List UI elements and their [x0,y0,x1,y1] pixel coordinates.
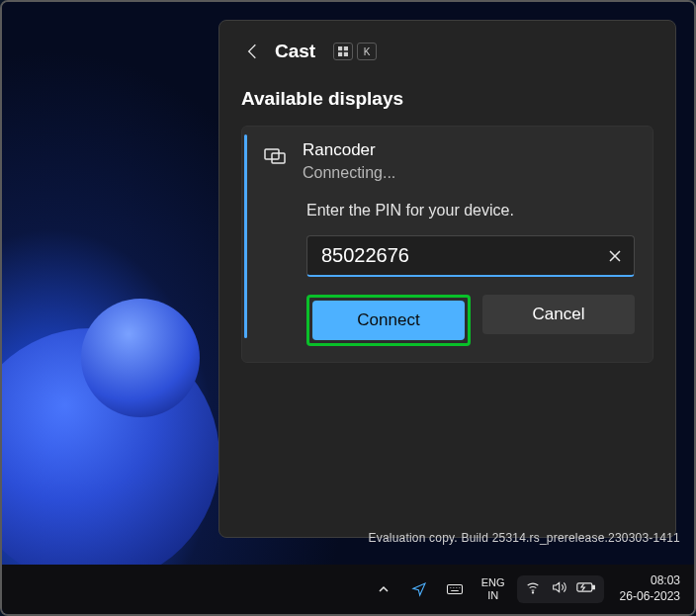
wifi-icon[interactable] [525,579,541,599]
battery-icon[interactable] [576,579,596,599]
svg-point-7 [532,592,533,593]
connect-button[interactable]: Connect [312,301,465,340]
k-key: K [357,43,377,60]
lang-bottom: IN [481,589,505,602]
clock-time: 08:03 [620,573,680,589]
taskbar[interactable]: ENG IN 08:03 26-06-2023 [2,565,694,614]
cancel-button[interactable]: Cancel [482,295,635,334]
svg-rect-6 [447,585,462,594]
language-indicator[interactable]: ENG IN [481,576,505,601]
section-title: Available displays [241,88,653,110]
clock[interactable]: 08:03 26-06-2023 [620,573,680,604]
lang-top: ENG [481,576,505,589]
clear-input-icon[interactable] [605,246,625,266]
location-icon[interactable] [404,574,434,604]
clock-date: 26-06-2023 [620,589,680,605]
svg-rect-0 [338,46,342,50]
svg-rect-1 [344,46,348,50]
cast-flyout: Cast K Available displays Rancoder Conn [218,20,676,538]
system-tray[interactable] [517,575,604,603]
windows-key-icon [333,43,353,60]
tray-overflow-icon[interactable] [369,574,398,604]
display-device-icon [263,144,287,182]
device-card: Rancoder Connecting... Enter the PIN for… [241,126,653,363]
pin-prompt: Enter the PIN for your device. [306,202,635,220]
svg-rect-3 [344,52,348,56]
svg-rect-2 [338,52,342,56]
flyout-title: Cast [275,41,315,62]
volume-icon[interactable] [551,579,566,599]
watermark-build: Evaluation copy. Build 25314.rs_prerelea… [369,529,680,547]
shortcut-hint: K [333,43,377,60]
back-icon[interactable] [241,41,263,62]
pin-input[interactable] [306,235,635,277]
flyout-header: Cast K [241,41,653,62]
svg-rect-9 [592,585,594,588]
device-status: Connecting... [303,164,395,182]
keyboard-icon[interactable] [440,574,470,604]
evaluation-watermark: Evaluation copy. Build 25314.rs_prerelea… [369,529,680,547]
connect-highlight: Connect [306,295,471,346]
device-name: Rancoder [303,140,395,160]
